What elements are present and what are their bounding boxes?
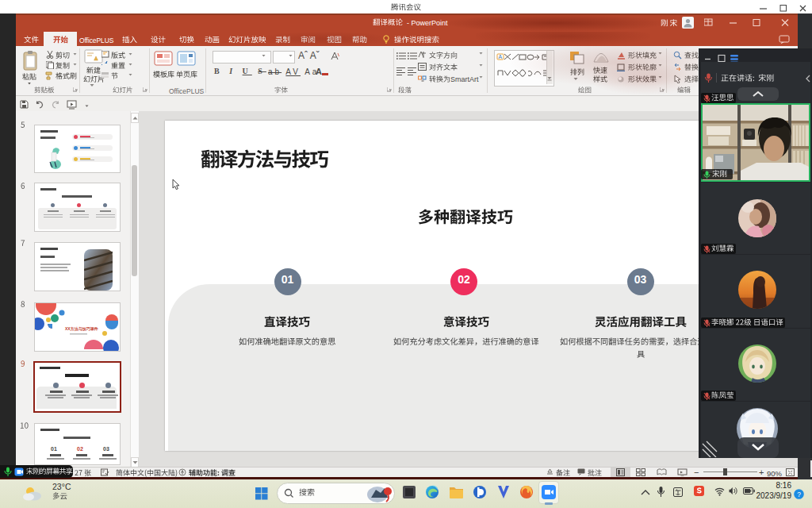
svg-text:XX方法与技巧课件: XX方法与技巧课件 — [65, 326, 98, 332]
svg-text:?: ? — [797, 491, 801, 498]
svg-text:A: A — [499, 54, 503, 60]
